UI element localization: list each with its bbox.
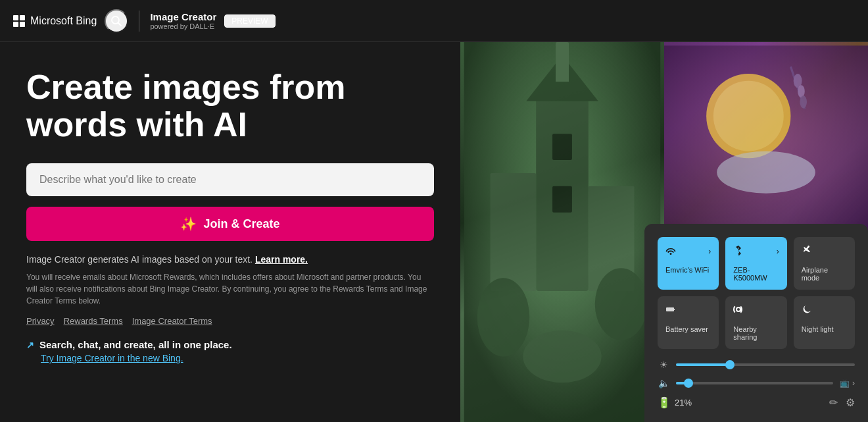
rewards-terms-link[interactable]: Rewards Terms (64, 316, 123, 326)
bluetooth-tile[interactable]: › ZEB-K5000MW (725, 237, 786, 290)
quick-settings-panel: › Emvric's WiFi › ZEB-K5000MW (644, 224, 868, 422)
arrow-icon: ↗ (26, 340, 34, 350)
wifi-tile[interactable]: › Emvric's WiFi (658, 237, 719, 290)
edit-icon[interactable]: ✏ (829, 396, 838, 409)
volume-chevron[interactable]: › (852, 379, 855, 388)
svg-point-11 (523, 330, 601, 383)
svg-point-18 (800, 95, 807, 108)
svg-point-14 (713, 81, 784, 151)
learn-more-link[interactable]: Learn more. (255, 254, 308, 265)
battery-info: 🔋 21% (658, 396, 692, 409)
nearby-sharing-label: Nearby sharing (733, 325, 779, 341)
windows-icon (13, 15, 25, 27)
battery-saver-icon (665, 304, 676, 317)
magic-wand-icon: ✨ (180, 216, 197, 232)
bluetooth-chevron[interactable]: › (777, 247, 779, 256)
preview-badge[interactable]: PREVIEW (224, 14, 275, 28)
info-text: Image Creator generates AI images based … (26, 254, 434, 265)
airplane-icon (802, 245, 812, 258)
nearby-sharing-icon (733, 304, 744, 317)
image-creator-branding: Image Creator powered by DALL·E (150, 11, 216, 30)
qs-bottom-bar: 🔋 21% ✏ ⚙ (658, 396, 855, 409)
bluetooth-icon (733, 245, 744, 258)
svg-rect-7 (491, 173, 537, 291)
nearby-sharing-tile[interactable]: Nearby sharing (725, 296, 786, 349)
wifi-chevron[interactable]: › (708, 247, 711, 256)
svg-rect-5 (552, 134, 572, 160)
volume-slider-row: 🔈 📺 › (658, 378, 855, 388)
privacy-link[interactable]: Privacy (26, 316, 55, 326)
brightness-icon: ☀ (658, 359, 669, 370)
wifi-icon (665, 245, 676, 258)
left-panel: Create images from words with AI ✨ Join … (0, 42, 460, 422)
night-light-tile[interactable]: Night light (794, 296, 855, 349)
night-light-label: Night light (802, 325, 834, 333)
volume-slider[interactable] (676, 382, 833, 384)
night-light-icon (802, 304, 812, 317)
search-promo-title-row: ↗ Search, chat, and create, all in one p… (26, 339, 434, 350)
volume-extra: 📺 › (840, 379, 855, 388)
prompt-input[interactable] (39, 174, 421, 186)
logo-section: Microsoft Bing (13, 15, 97, 27)
image-creator-title: Image Creator (150, 11, 216, 22)
speaker-device-icon: 📺 (840, 379, 850, 388)
wifi-label: Emvric's WiFi (665, 266, 709, 274)
main-content: Create images from words with AI ✨ Join … (0, 42, 868, 422)
header-divider (139, 11, 139, 32)
disclaimer-text: You will receive emails about Microsoft … (26, 271, 434, 307)
bing-logo-text: Microsoft Bing (30, 15, 97, 27)
hero-title: Create images from words with AI (26, 68, 434, 144)
footer-links: Privacy Rewards Terms Image Creator Term… (26, 316, 434, 326)
airplane-tile[interactable]: Airplane mode (794, 237, 855, 290)
image-creator-terms-link[interactable]: Image Creator Terms (132, 316, 212, 326)
right-panel: › Emvric's WiFi › ZEB-K5000MW (460, 42, 868, 422)
svg-point-19 (717, 151, 815, 194)
qs-action-icons: ✏ ⚙ (829, 396, 855, 409)
battery-icon: 🔋 (658, 396, 671, 409)
brightness-slider[interactable] (676, 363, 855, 366)
svg-point-10 (595, 268, 648, 340)
brightness-slider-row: ☀ (658, 359, 855, 370)
join-create-button[interactable]: ✨ Join & Create (26, 207, 434, 241)
search-promo: ↗ Search, chat, and create, all in one p… (26, 339, 434, 363)
join-create-label: Join & Create (203, 217, 279, 231)
bluetooth-label: ZEB-K5000MW (733, 266, 779, 282)
drink-image (664, 42, 868, 232)
battery-saver-label: Battery saver (665, 325, 708, 333)
svg-line-1 (118, 22, 122, 26)
prompt-input-container (26, 163, 434, 196)
svg-point-9 (477, 278, 530, 356)
castle-image (460, 42, 664, 422)
svg-rect-6 (552, 186, 572, 213)
volume-icon: 🔈 (658, 378, 669, 388)
battery-saver-tile[interactable]: Battery saver (658, 296, 719, 349)
airplane-label: Airplane mode (802, 266, 847, 282)
battery-percent: 21% (675, 398, 692, 408)
search-button[interactable] (105, 9, 128, 33)
qs-tiles-grid: › Emvric's WiFi › ZEB-K5000MW (658, 237, 855, 349)
settings-icon[interactable]: ⚙ (846, 396, 855, 409)
try-new-bing-link[interactable]: Try Image Creator in the new Bing. (41, 353, 434, 363)
powered-by-text: powered by DALL·E (150, 22, 216, 30)
header: Microsoft Bing Image Creator powered by … (0, 0, 868, 42)
